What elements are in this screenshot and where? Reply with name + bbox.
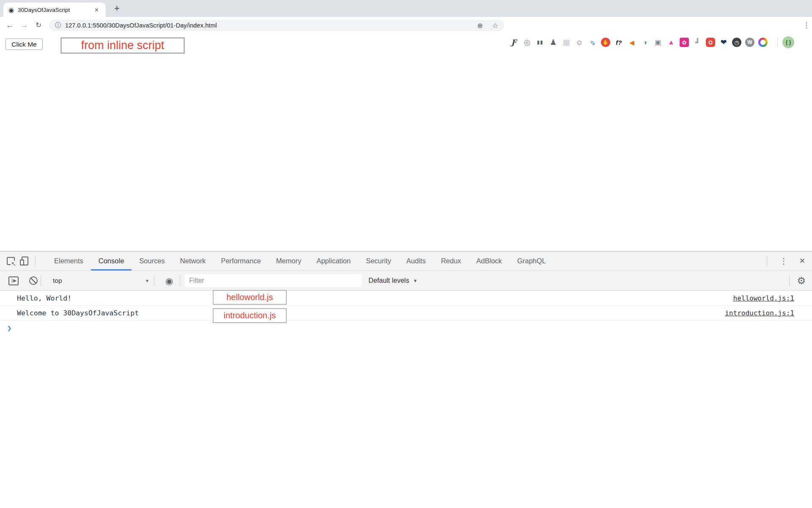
console-settings-gear-icon[interactable]: ⚙ [797, 276, 806, 286]
inspect-element-icon[interactable]: ↖ [7, 257, 15, 265]
tab-performance[interactable]: Performance [213, 251, 268, 271]
console-filter-input[interactable] [185, 274, 362, 287]
stop-hand-extension-icon[interactable]: ✋ [601, 38, 610, 47]
source-location-link[interactable]: introduction.js:1 [725, 309, 794, 317]
pink-triangle-extension-icon[interactable]: ▲ [667, 38, 676, 47]
fontface-ninja-extension-icon[interactable]: Ƒ [509, 38, 518, 47]
devtools-close-icon[interactable]: ✕ [799, 257, 805, 265]
source-location-link[interactable]: helloworld.js:1 [733, 294, 795, 302]
tab-security[interactable]: Security [358, 251, 399, 271]
live-expression-eye-icon[interactable]: ◉ [165, 276, 173, 285]
address-bar: ← → ↻ ⓘ 127.0.0.1:5500/30DaysOfJavaScrip… [0, 17, 812, 34]
new-tab-button[interactable]: + [111, 0, 123, 17]
tab-memory[interactable]: Memory [269, 251, 309, 271]
robot-extension-icon[interactable]: ♟ [549, 38, 558, 47]
url-text[interactable]: 127.0.0.1:5500/30DaysOfJavaScript/01-Day… [65, 22, 477, 29]
tab-redux[interactable]: Redux [433, 251, 469, 271]
inspect-cursor-icon: ↖ [11, 261, 16, 267]
tab-audits[interactable]: Audits [399, 251, 433, 271]
globe-favicon-icon: ◉ [8, 7, 14, 13]
console-toolbar: ▶ top ▼ ◉ Default levels ▼ ⚙ [0, 271, 812, 291]
aperture-extension-icon[interactable]: ◎ [522, 38, 532, 47]
tab-network[interactable]: Network [173, 251, 214, 271]
columns-extension-icon[interactable]: ▮▮ [535, 38, 545, 47]
tab-adblock[interactable]: AdBlock [469, 251, 510, 271]
chevron-down-icon: ▼ [145, 279, 149, 283]
click-me-button[interactable]: Click Me [5, 39, 43, 50]
tab-graphql[interactable]: GraphQL [510, 251, 554, 271]
log-levels-select[interactable]: Default levels ▼ [368, 277, 417, 284]
heart-search-extension-icon[interactable]: ❤ [719, 38, 728, 47]
device-toolbar-icon[interactable] [22, 257, 28, 265]
w-circle-extension-icon[interactable]: W [745, 38, 754, 47]
toolbar-divider [35, 256, 36, 267]
tab-close-icon[interactable]: ✕ [93, 6, 101, 14]
devtools-panel: ↖ Elements Console Sources Network Perfo… [0, 251, 812, 508]
execution-context-select[interactable]: top ▼ [53, 277, 149, 284]
console-prompt[interactable]: ❯ [0, 320, 812, 336]
inline-script-annotation: from inline script [60, 37, 185, 54]
tab-sources[interactable]: Sources [132, 251, 173, 271]
forward-icon[interactable]: → [18, 17, 30, 34]
extensions-row: Ƒ ◎ ▮▮ ♟ ▦ ☺ ✎ ✋ f? ◀ ◑ ▣ ▲ ✿ ┛ O [509, 34, 768, 51]
source-annotation-badge: introduction.js [213, 308, 287, 323]
browser-menu-kebab-icon[interactable]: ⋮ [800, 17, 812, 34]
prompt-chevron-icon: ❯ [7, 324, 11, 332]
grid-extension-icon[interactable]: ▦ [562, 38, 571, 47]
eyedropper-extension-icon[interactable]: ✎ [588, 38, 597, 47]
tab-application[interactable]: Application [309, 251, 358, 271]
console-message-row: Welcome to 30DaysOfJavaScript introducti… [0, 306, 812, 320]
clear-console-icon[interactable] [29, 276, 38, 285]
browser-tab-strip: ◉ 30DaysOfJavaScript ✕ + [0, 0, 812, 17]
gauge-extension-icon[interactable]: ◷ [732, 38, 741, 47]
chevron-down-icon: ▼ [413, 278, 417, 283]
red-o-extension-icon[interactable]: O [706, 38, 715, 47]
tab-elements[interactable]: Elements [47, 251, 91, 271]
reload-icon[interactable]: ↻ [32, 17, 45, 34]
devtools-menu-kebab-icon[interactable]: ⋮ [780, 256, 784, 266]
console-message-text: Hello, World! [17, 294, 71, 302]
zoom-icon[interactable]: ⊕ [477, 22, 483, 30]
devtools-tabs: Elements Console Sources Network Perform… [47, 251, 554, 271]
tabbar-right-divider [767, 256, 767, 267]
console-messages: Hello, World! helloworld.js helloworld.j… [0, 291, 812, 320]
console-message-row: Hello, World! helloworld.js helloworld.j… [0, 291, 812, 306]
site-info-icon[interactable]: ⓘ [55, 22, 61, 29]
pink-flower-extension-icon[interactable]: ✿ [680, 38, 689, 47]
font-question-extension-icon[interactable]: f? [614, 38, 623, 47]
tab-console[interactable]: Console [91, 251, 132, 271]
sphere-extension-icon[interactable]: ◑ [640, 38, 650, 47]
camera-extension-icon[interactable]: ▣ [653, 38, 663, 47]
source-annotation-badge: helloworld.js [213, 290, 287, 305]
devtools-tab-bar: ↖ Elements Console Sources Network Perfo… [0, 251, 812, 271]
console-sidebar-icon[interactable]: ▶ [8, 276, 19, 285]
corner-pipe-extension-icon[interactable]: ┛ [693, 38, 702, 47]
context-value: top [53, 277, 62, 284]
color-ring-extension-icon[interactable] [758, 38, 768, 47]
profile-separator [777, 37, 778, 47]
kaomoji-extension-icon[interactable]: ☺ [575, 38, 584, 47]
levels-value: Default levels [368, 277, 409, 284]
tab-title: 30DaysOfJavaScript [18, 7, 93, 13]
browser-tab[interactable]: ◉ 30DaysOfJavaScript ✕ [3, 3, 106, 17]
megaphone-extension-icon[interactable]: ◀ [627, 38, 636, 47]
profile-avatar[interactable]: { } [782, 36, 794, 48]
bookmark-star-icon[interactable]: ☆ [492, 22, 498, 30]
back-icon[interactable]: ← [3, 17, 16, 34]
omnibox[interactable]: ⓘ 127.0.0.1:5500/30DaysOfJavaScript/01-D… [49, 19, 504, 31]
console-message-text: Welcome to 30DaysOfJavaScript [17, 309, 139, 317]
